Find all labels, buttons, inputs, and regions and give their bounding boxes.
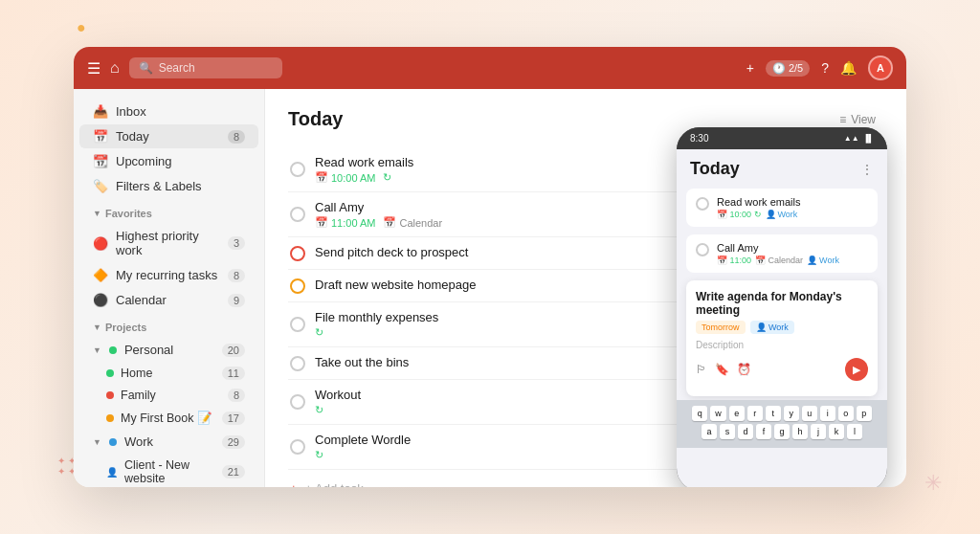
sidebar-item-personal[interactable]: ▼ Personal 20 bbox=[79, 338, 258, 362]
calendar-count: 9 bbox=[228, 294, 245, 307]
sidebar-label-work: Work bbox=[124, 434, 214, 449]
mobile-task-label-1: 👤 Work bbox=[766, 210, 798, 219]
key-i[interactable]: i bbox=[820, 406, 835, 421]
task-checkbox[interactable] bbox=[290, 246, 305, 261]
mobile-task-content-2: Call Amy 📅 11:00 📅 Calendar 👤 Work bbox=[717, 242, 868, 265]
alarm-icon[interactable]: ⏰ bbox=[737, 363, 751, 376]
key-p[interactable]: p bbox=[857, 406, 872, 421]
flag-icon[interactable]: 🏳 bbox=[696, 363, 707, 376]
add-icon[interactable]: + bbox=[746, 60, 754, 76]
sidebar-label-firstbook: My First Book 📝 bbox=[121, 411, 215, 425]
task-checkbox[interactable] bbox=[290, 394, 305, 410]
key-j[interactable]: j bbox=[811, 424, 826, 439]
personal-dot bbox=[109, 346, 117, 354]
sidebar-item-recurring[interactable]: 🔶 My recurring tasks 8 bbox=[79, 263, 258, 287]
sidebar: 📥 Inbox 📅 Today 8 📆 Upcoming 🏷️ Filters … bbox=[74, 89, 265, 487]
key-h[interactable]: h bbox=[792, 424, 808, 439]
task-sync: ↻ bbox=[315, 326, 323, 339]
mobile-checkbox-2[interactable] bbox=[696, 243, 709, 256]
key-f[interactable]: f bbox=[756, 424, 771, 439]
key-r[interactable]: r bbox=[747, 406, 763, 421]
work-expand-icon: ▼ bbox=[93, 437, 101, 447]
mobile-menu-icon[interactable]: ⋮ bbox=[860, 162, 874, 177]
task-checkbox[interactable] bbox=[290, 207, 305, 222]
key-w[interactable]: w bbox=[710, 406, 726, 421]
task-checkbox[interactable] bbox=[290, 278, 305, 294]
sidebar-label-highest: Highest priority work bbox=[116, 229, 220, 257]
task-checkbox[interactable] bbox=[290, 356, 305, 371]
mobile-content: Today ⋮ Read work emails 📅 10:00 ↻ 👤 Wor… bbox=[677, 149, 887, 487]
key-q[interactable]: q bbox=[692, 406, 707, 421]
mobile-task-meta-1: 📅 10:00 ↻ 👤 Work bbox=[717, 210, 868, 219]
sidebar-item-home[interactable]: Home 11 bbox=[79, 363, 258, 384]
mobile-task-meta-2: 📅 11:00 📅 Calendar 👤 Work bbox=[717, 256, 868, 265]
sidebar-item-calendar[interactable]: ⚫ Calendar 9 bbox=[79, 288, 258, 312]
mobile-task-time-1: 📅 10:00 ↻ bbox=[717, 210, 762, 219]
projects-label: Projects bbox=[105, 322, 146, 333]
task-sync3: ↻ bbox=[315, 449, 323, 461]
compose-tags: Tomorrow 👤 Work bbox=[696, 321, 868, 334]
mobile-status-icons: ▲▲ ▐▌ bbox=[844, 134, 874, 143]
recurring-icon: 🔶 bbox=[93, 268, 108, 282]
key-u[interactable]: u bbox=[802, 406, 817, 421]
task-checkbox[interactable] bbox=[290, 439, 305, 455]
mobile-task-tag-2: 📅 Calendar bbox=[755, 256, 803, 265]
view-label: View bbox=[851, 113, 876, 126]
main-layout: 📥 Inbox 📅 Today 8 📆 Upcoming 🏷️ Filters … bbox=[74, 89, 906, 487]
key-g[interactable]: g bbox=[774, 424, 790, 439]
signal-icon: ▐▌ bbox=[863, 134, 874, 143]
projects-chevron: ▼ bbox=[93, 323, 101, 332]
personal-expand-icon: ▼ bbox=[93, 345, 101, 355]
key-a[interactable]: a bbox=[702, 424, 717, 439]
search-bar[interactable]: 🔍 Search bbox=[129, 57, 282, 78]
task-checkbox[interactable] bbox=[290, 162, 305, 177]
sidebar-item-upcoming[interactable]: 📆 Upcoming bbox=[79, 149, 258, 173]
keyboard-row-1: q w e r t y u i o p bbox=[680, 406, 883, 421]
key-o[interactable]: o bbox=[838, 406, 854, 421]
priority-icon: 🔴 bbox=[93, 236, 108, 251]
sidebar-item-inbox[interactable]: 📥 Inbox bbox=[79, 100, 258, 123]
mobile-title: Today bbox=[690, 159, 740, 179]
sidebar-item-today[interactable]: 📅 Today 8 bbox=[79, 124, 258, 148]
sidebar-item-client-website[interactable]: 👤 Client - New website 21 bbox=[79, 455, 258, 487]
key-s[interactable]: s bbox=[720, 424, 735, 439]
compose-tag-work[interactable]: 👤 Work bbox=[750, 321, 794, 334]
home-dot bbox=[106, 369, 114, 377]
key-l[interactable]: l bbox=[847, 424, 862, 439]
compose-actions: 🏳 🔖 ⏰ ▶ bbox=[696, 358, 868, 381]
compose-tag-tomorrow[interactable]: Tomorrow bbox=[696, 321, 746, 334]
bell-icon[interactable]: 🔔 bbox=[840, 60, 857, 76]
sidebar-item-family[interactable]: Family 8 bbox=[79, 385, 258, 406]
task-checkbox[interactable] bbox=[290, 317, 305, 332]
sidebar-label-inbox: Inbox bbox=[116, 104, 245, 119]
projects-header[interactable]: ▼ Projects bbox=[79, 314, 258, 337]
mobile-task-title-2: Call Amy bbox=[717, 242, 868, 254]
highest-count: 3 bbox=[228, 236, 245, 250]
personal-count: 20 bbox=[222, 344, 245, 357]
avatar[interactable]: A bbox=[868, 56, 893, 80]
task-sync2: ↻ bbox=[315, 404, 323, 416]
compose-description[interactable]: Description bbox=[696, 340, 868, 350]
mobile-task-1[interactable]: Read work emails 📅 10:00 ↻ 👤 Work bbox=[686, 189, 878, 227]
key-y[interactable]: y bbox=[784, 406, 799, 421]
sidebar-item-work[interactable]: ▼ Work 29 bbox=[79, 430, 258, 454]
send-button[interactable]: ▶ bbox=[845, 358, 868, 381]
sidebar-item-filters[interactable]: 🏷️ Filters & Labels bbox=[79, 174, 258, 198]
hamburger-icon[interactable]: ☰ bbox=[87, 59, 100, 78]
help-icon[interactable]: ? bbox=[821, 60, 829, 76]
mobile-checkbox-1[interactable] bbox=[696, 197, 709, 211]
mobile-task-2[interactable]: Call Amy 📅 11:00 📅 Calendar 👤 Work bbox=[686, 234, 878, 273]
key-t[interactable]: t bbox=[766, 406, 781, 421]
calendar-fav-icon: ⚫ bbox=[93, 293, 108, 307]
key-k[interactable]: k bbox=[829, 424, 844, 439]
sidebar-item-firstbook[interactable]: My First Book 📝 17 bbox=[79, 407, 258, 429]
compose-tag-work-icon: 👤 bbox=[756, 323, 767, 332]
key-d[interactable]: d bbox=[738, 424, 753, 439]
home-icon[interactable]: ⌂ bbox=[110, 59, 120, 77]
sidebar-item-highest-priority[interactable]: 🔴 Highest priority work 3 bbox=[79, 224, 258, 262]
bookmark-icon[interactable]: 🔖 bbox=[715, 363, 729, 376]
key-e[interactable]: e bbox=[729, 406, 745, 421]
favorites-header[interactable]: ▼ Favorites bbox=[79, 200, 258, 223]
mobile-task-label-2: 👤 Work bbox=[807, 256, 839, 265]
deco-circle: ● bbox=[77, 19, 86, 36]
